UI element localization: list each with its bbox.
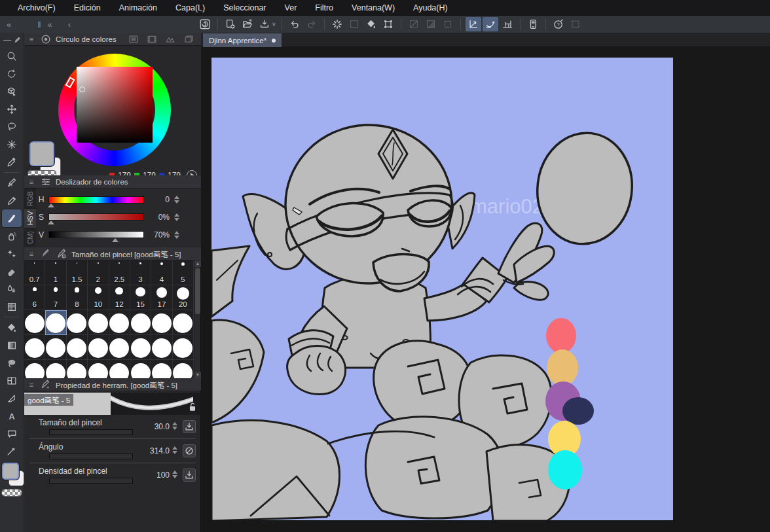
panel-menu-icon[interactable]: ≡ bbox=[27, 381, 36, 389]
document-tab[interactable]: Djinn Apprentice* bbox=[203, 33, 282, 47]
spinner-control[interactable] bbox=[173, 231, 181, 239]
brush-size-option[interactable]: 120 bbox=[24, 335, 45, 360]
object-tool-icon[interactable] bbox=[2, 82, 22, 100]
palette-set-icon[interactable] bbox=[128, 33, 139, 45]
zoom-tool-icon[interactable] bbox=[2, 47, 22, 65]
menu-item[interactable]: Seleccionar bbox=[214, 0, 275, 16]
decoration-tool-icon[interactable] bbox=[2, 245, 22, 262]
brush-size-option[interactable]: 150 bbox=[45, 335, 66, 360]
deselect-icon[interactable] bbox=[346, 17, 362, 31]
brush-size-tab-icon[interactable] bbox=[56, 248, 67, 260]
brush-size-option[interactable] bbox=[173, 360, 194, 378]
spinner-control[interactable] bbox=[171, 470, 179, 478]
snap-special-ruler-icon[interactable] bbox=[483, 17, 498, 31]
brush-size-option[interactable]: 50 bbox=[88, 310, 109, 335]
brush-size-option[interactable]: 8 bbox=[67, 285, 88, 310]
open-file-icon[interactable] bbox=[240, 17, 255, 31]
foreground-color-swatch[interactable] bbox=[2, 463, 19, 480]
transform-frame-icon[interactable] bbox=[380, 17, 396, 31]
brush-size-option[interactable]: 70 bbox=[130, 310, 151, 335]
liquify-tool-icon[interactable] bbox=[2, 298, 22, 315]
scroll-up-icon[interactable]: ▲ bbox=[194, 260, 201, 267]
busy-spinner-icon[interactable] bbox=[329, 17, 345, 31]
saturation-value-square[interactable] bbox=[77, 67, 153, 143]
brush-size-option[interactable]: 400 bbox=[151, 335, 172, 360]
help-icon[interactable]: ? bbox=[551, 17, 566, 31]
property-slider[interactable] bbox=[49, 429, 133, 435]
brush-size-option[interactable] bbox=[88, 360, 109, 378]
slider-track[interactable] bbox=[48, 213, 144, 221]
snap-grid-icon[interactable] bbox=[500, 17, 515, 31]
brush-size-option[interactable]: 300 bbox=[130, 335, 151, 360]
no-dynamics-icon[interactable] bbox=[183, 444, 196, 457]
line-correction-tool-icon[interactable] bbox=[2, 442, 22, 460]
menu-item[interactable]: Edición bbox=[65, 0, 110, 16]
slider-mode-tab[interactable]: HSV bbox=[24, 208, 36, 228]
brush-size-option[interactable]: 20 bbox=[173, 285, 194, 310]
brush-size-option[interactable]: 40 bbox=[67, 310, 88, 335]
mixing-palette-icon[interactable] bbox=[164, 33, 176, 45]
layer-palette-icon[interactable] bbox=[183, 33, 194, 45]
gradient-frame-icon[interactable] bbox=[423, 17, 439, 31]
tab-modified-dot[interactable] bbox=[272, 39, 276, 43]
eyedropper-tool-icon[interactable] bbox=[2, 153, 22, 171]
color-wheel-tab-icon[interactable] bbox=[40, 33, 52, 45]
balloon-tool-icon[interactable] bbox=[2, 425, 22, 442]
subtool-tab-icon[interactable] bbox=[40, 248, 52, 260]
brush-size-option[interactable]: 100 bbox=[173, 310, 194, 335]
brush-size-option[interactable]: 60 bbox=[109, 310, 130, 335]
brush-size-option[interactable]: 2 bbox=[88, 260, 109, 285]
slider-mode-tab[interactable]: RGB bbox=[24, 188, 36, 208]
slider-caret[interactable] bbox=[48, 221, 54, 224]
brush-preview[interactable]: good画笔 - 5 bbox=[24, 393, 201, 415]
panel-menu-icon[interactable]: ≡ bbox=[27, 35, 36, 43]
brush-size-option[interactable] bbox=[109, 360, 130, 378]
brush-size-option[interactable]: 5 bbox=[173, 260, 194, 285]
brush-size-option[interactable] bbox=[151, 360, 172, 378]
brush-size-option[interactable] bbox=[24, 360, 45, 378]
property-slider[interactable] bbox=[49, 453, 133, 459]
menu-item[interactable]: Capa(L) bbox=[166, 0, 214, 16]
brush-size-option[interactable]: 7 bbox=[45, 285, 66, 310]
brush-size-option[interactable]: 200 bbox=[88, 335, 109, 360]
rotate-view-tool-icon[interactable] bbox=[2, 65, 22, 82]
menu-item[interactable]: Ayuda(H) bbox=[404, 0, 457, 16]
fill-lasso-tool-icon[interactable] bbox=[2, 354, 22, 372]
blend-tool-icon[interactable] bbox=[2, 280, 22, 298]
slider-track[interactable] bbox=[48, 196, 144, 204]
new-document-icon[interactable] bbox=[223, 17, 238, 31]
brush-size-option[interactable]: 170 bbox=[67, 335, 88, 360]
brush-size-option[interactable]: 6 bbox=[24, 285, 45, 310]
csp-logo-icon[interactable] bbox=[197, 17, 213, 31]
gradient-tool-icon[interactable] bbox=[2, 336, 22, 354]
eraser-tool-icon[interactable] bbox=[2, 262, 22, 280]
move-layer-tool-icon[interactable] bbox=[2, 100, 22, 118]
panel-menu-icon[interactable]: ≡ bbox=[27, 178, 36, 186]
canvas-document[interactable]: mario02 bbox=[211, 58, 673, 520]
brush-size-option[interactable] bbox=[67, 360, 88, 378]
brush-size-option[interactable]: 2.5 bbox=[109, 260, 130, 285]
frame-border-tool-icon[interactable] bbox=[2, 372, 22, 389]
strip-collapse-icon[interactable]: — bbox=[3, 35, 11, 44]
tablet-mode-icon[interactable] bbox=[525, 17, 541, 31]
slider-caret[interactable] bbox=[112, 238, 119, 242]
menu-item[interactable]: Filtro bbox=[306, 0, 342, 16]
brush-size-option[interactable]: 250 bbox=[109, 335, 130, 360]
menu-item[interactable]: Ver bbox=[276, 0, 306, 16]
menu-item[interactable]: Animación bbox=[110, 0, 166, 16]
collapse-left2-icon[interactable]: « bbox=[44, 20, 56, 29]
auto-select-tool-icon[interactable] bbox=[2, 135, 22, 153]
brush-size-option[interactable]: 80 bbox=[151, 310, 172, 335]
tool-property-tab-icon[interactable] bbox=[40, 379, 52, 391]
brush-size-option[interactable]: 12 bbox=[109, 285, 130, 310]
brush-size-option[interactable]: 0.7 bbox=[24, 260, 45, 285]
canvas-artwork[interactable]: mario02 bbox=[211, 58, 673, 520]
spinner-control[interactable] bbox=[171, 422, 179, 430]
dynamics-down-icon[interactable] bbox=[183, 420, 196, 433]
brush-size-option[interactable]: 500 bbox=[173, 335, 194, 360]
spinner-control[interactable] bbox=[173, 213, 181, 221]
rect-frame-icon[interactable] bbox=[440, 17, 456, 31]
film-palette-icon[interactable] bbox=[146, 33, 158, 45]
brush-size-option[interactable]: 10 bbox=[88, 285, 109, 310]
brush-size-option[interactable]: 17 bbox=[151, 285, 172, 310]
